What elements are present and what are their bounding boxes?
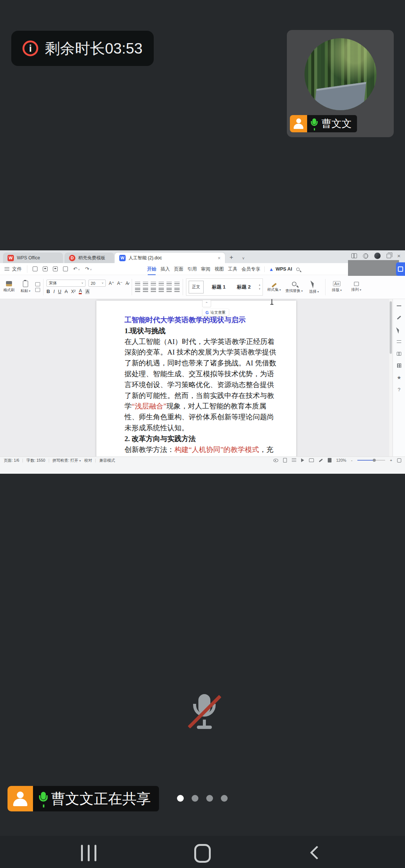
tab-review[interactable]: 审阅 [201,266,210,272]
styles-gallery-spinner[interactable]: ▴▾ [259,283,260,290]
back-button[interactable] [310,846,324,860]
shrink-font-icon[interactable]: A⁻ [117,281,122,286]
help-icon[interactable]: ? [396,387,402,392]
font-size-combo[interactable]: 20˅ [88,280,106,287]
book-view-icon[interactable] [309,458,314,462]
grow-font-icon[interactable]: A⁺ [109,281,114,286]
find-replace-button[interactable]: 查找替换 ▾ [285,281,303,293]
print-icon[interactable] [53,266,58,271]
show-marks-icon[interactable] [174,282,180,286]
ink-edit-icon[interactable] [319,458,322,462]
align-center-icon[interactable] [143,288,148,292]
fit-page-icon[interactable] [328,458,332,462]
style-normal[interactable]: 正文 [189,281,204,293]
proofread-button[interactable]: 校对 [84,458,92,463]
underline-button[interactable]: U [58,289,62,294]
redo-button[interactable]: ↷ ˅ [85,266,92,272]
paper-check-button[interactable]: G 论文查重 [202,309,229,316]
select-tool-icon[interactable] [396,327,402,332]
clear-format-icon[interactable]: A̷ [126,281,129,286]
restore-window-icon[interactable] [387,254,391,258]
grid-view-icon[interactable] [396,363,402,368]
font-name-combo[interactable]: 宋体˅ [46,280,86,287]
indent-icon[interactable] [159,282,164,286]
wps-ai-button[interactable]: ▲ WPS AI [264,266,292,272]
export-pdf-icon[interactable] [43,266,48,271]
tab-document[interactable]: W 人工智能 (2).doc × [115,253,225,263]
document-canvas[interactable]: 工智能时代大学英语教学的现状与启示 1.现状与挑战 在人工智能（AI）时代，大学… [0,299,405,456]
share-button[interactable] [396,262,405,276]
justify-icon[interactable] [159,288,164,292]
home-button[interactable] [194,844,211,863]
zoom-level[interactable]: 120% [336,458,346,462]
text-direction-icon[interactable] [166,282,172,286]
align-left-icon[interactable] [135,288,140,292]
recents-button[interactable] [81,845,96,861]
tab-home[interactable]: 开始 [147,266,156,272]
page-view-icon[interactable] [283,458,287,462]
align-right-icon[interactable] [151,288,156,292]
account-avatar[interactable] [374,253,381,259]
search-icon[interactable] [296,268,300,271]
collapse-toolbar-button[interactable]: ⌃ [202,300,211,307]
save-icon[interactable] [33,266,38,271]
file-menu-button[interactable]: 文件 [0,265,27,273]
reader-mode-icon[interactable] [396,351,402,356]
tab-insert[interactable]: 插入 [160,266,170,272]
number-list-icon[interactable] [143,282,148,286]
tab-reference[interactable]: 引用 [188,266,197,272]
new-tab-button[interactable]: + [230,254,233,261]
tab-list-caret[interactable]: ˅ [242,256,244,260]
outdent-icon[interactable] [151,282,156,286]
tab-view[interactable]: 视图 [214,266,224,272]
copy-icon[interactable] [35,288,40,292]
outline-view-icon[interactable] [292,458,296,462]
highlight-button[interactable]: A [85,289,90,294]
superscript-button[interactable]: X² [71,289,75,294]
arrange-button[interactable]: 排列 ▾ [348,282,364,292]
collapse-panel-icon[interactable] [396,303,402,308]
tab-close-icon[interactable]: × [218,255,220,261]
tab-wps-home[interactable]: W WPS Office [3,253,63,263]
eye-protect-icon[interactable] [273,459,278,462]
globe-icon[interactable] [363,253,368,259]
split-view-icon[interactable] [351,253,357,258]
close-window-icon[interactable]: × [397,253,400,259]
document-page[interactable]: 工智能时代大学英语教学的现状与启示 1.现状与挑战 在人工智能（AI）时代，大学… [96,301,296,456]
print-preview-icon[interactable] [63,266,68,271]
paste-button[interactable]: 粘贴 ▾ [19,281,32,293]
favorite-icon[interactable]: ★ [396,375,402,380]
tab-docer-templates[interactable]: D 稻壳免费模板 [64,253,114,263]
adjust-sliders-icon[interactable] [396,339,402,344]
italic-button[interactable]: I [53,289,54,294]
line-spacing-icon[interactable] [166,288,172,292]
word-count[interactable]: 字数: 1550 [26,458,45,463]
fullscreen-icon[interactable] [397,458,401,462]
scrollbar-thumb[interactable] [390,301,392,354]
bold-button[interactable]: B [46,289,50,294]
typeset-button[interactable]: A≡ 排版 ▾ [328,281,345,293]
font-color-button[interactable]: A [79,289,82,294]
spellcheck-status[interactable]: 拼写检查: 打开 ▾ [52,458,81,463]
tab-page[interactable]: 页面 [174,266,183,272]
style-heading2[interactable]: 标题 2 [234,284,254,290]
edit-pen-icon[interactable] [396,315,402,320]
zoom-slider[interactable] [357,460,385,461]
undo-button[interactable]: ↶ ˅ [73,266,80,272]
shared-screen[interactable]: W WPS Office D 稻壳免费模板 W 人工智能 (2).doc × +… [0,250,405,474]
strikethrough-button[interactable]: A [64,289,68,294]
format-painter-button[interactable]: 格式刷 [2,281,16,293]
fullscreen-read-icon[interactable] [301,458,304,462]
style-heading1[interactable]: 标题 1 [209,284,229,290]
zoom-out-button[interactable]: - [351,458,352,462]
muted-mic-icon[interactable] [186,693,222,732]
vertical-scrollbar[interactable] [389,299,392,456]
style-set-button[interactable]: 样式集 ▾ [266,281,282,292]
zoom-in-button[interactable]: + [390,458,392,462]
bullet-list-icon[interactable] [135,282,140,286]
select-button[interactable]: 选择 ▾ [306,280,322,294]
participant-video-tile[interactable]: 曹文文 [287,30,394,137]
tab-tools[interactable]: 工具 [228,266,237,272]
tab-member[interactable]: 会员专享 [242,266,260,272]
borders-icon[interactable] [174,288,180,292]
